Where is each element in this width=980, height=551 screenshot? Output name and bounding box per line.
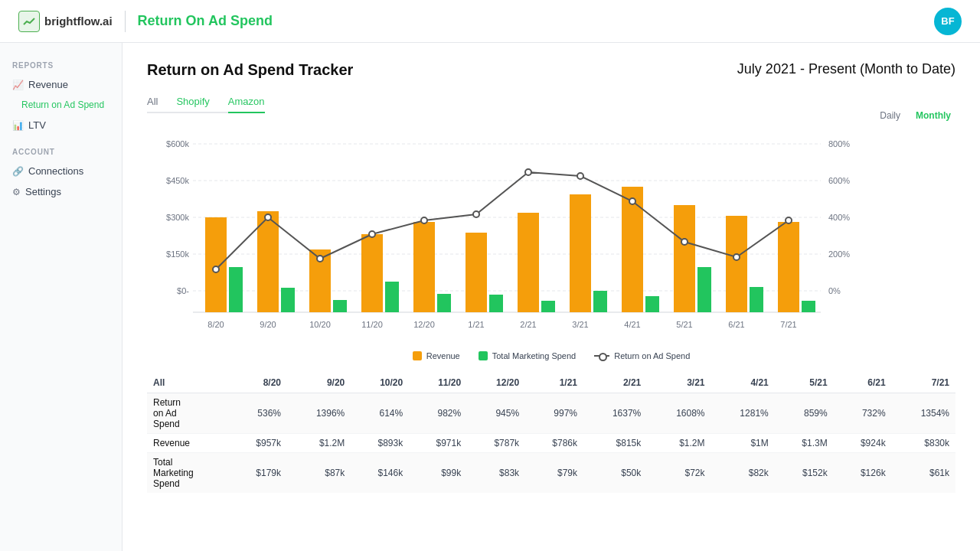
daily-btn[interactable]: Daily <box>875 109 905 122</box>
roas-point-11 <box>733 254 740 260</box>
svg-text:1/21: 1/21 <box>468 320 484 329</box>
connections-icon: 🔗 <box>12 166 24 177</box>
svg-text:2/21: 2/21 <box>520 320 536 329</box>
svg-text:7/21: 7/21 <box>780 320 796 329</box>
roas-321: 1608% <box>647 393 710 434</box>
col-header-521: 5/21 <box>775 373 834 393</box>
legend-revenue: Revenue <box>413 351 460 360</box>
svg-text:6/21: 6/21 <box>728 320 744 329</box>
rev-321: $1.2M <box>647 434 710 453</box>
roas-point-5 <box>421 217 427 223</box>
bar-spend-8 <box>593 291 607 312</box>
revenue-icon: 📈 <box>12 80 24 90</box>
sidebar-item-ltv[interactable]: 📊 LTV <box>0 115 122 135</box>
roas-point-9 <box>629 198 635 204</box>
rev-1020: $893k <box>351 434 409 453</box>
legend-revenue-label: Revenue <box>426 351 460 360</box>
roas-point-1 <box>213 266 219 272</box>
bar-revenue-2 <box>257 211 279 312</box>
roas-1220: 945% <box>467 393 525 434</box>
monthly-btn[interactable]: Monthly <box>911 109 956 122</box>
roas-point-12 <box>786 217 792 223</box>
bar-revenue-5 <box>413 222 435 312</box>
roas-point-7 <box>525 169 531 175</box>
rev-920: $1.2M <box>287 434 351 453</box>
legend-roas-label: Return on Ad Spend <box>614 351 690 360</box>
roas-820: 536% <box>229 393 287 434</box>
rev-421: $1M <box>711 434 775 453</box>
spend-321: $72k <box>647 453 710 494</box>
bar-spend-2 <box>281 288 295 312</box>
svg-text:4/21: 4/21 <box>624 320 640 329</box>
spend-1120: $99k <box>409 453 467 494</box>
row-label-spend: TotalMarketingSpend <box>147 453 229 494</box>
sidebar-item-roas[interactable]: Return on Ad Spend <box>0 95 122 115</box>
roas-421: 1281% <box>711 393 775 434</box>
svg-text:3/21: 3/21 <box>572 320 588 329</box>
rev-621: $924k <box>834 434 892 453</box>
main-content: Return on Ad Spend Tracker July 2021 - P… <box>122 43 980 551</box>
bar-spend-1 <box>229 267 243 312</box>
table-row-revenue: Revenue $957k $1.2M $893k $971k $787k $7… <box>147 434 956 453</box>
col-header-421: 4/21 <box>711 373 775 393</box>
rev-820: $957k <box>229 434 287 453</box>
tracker-title: Return on Ad Spend Tracker <box>147 61 353 79</box>
roas-point-8 <box>577 173 583 179</box>
sidebar: REPORTS 📈 Revenue Return on Ad Spend 📊 L… <box>0 43 122 551</box>
spend-621: $126k <box>834 453 892 494</box>
roas-point-6 <box>473 211 479 217</box>
tab-shopify[interactable]: Shopify <box>176 91 209 113</box>
tab-amazon[interactable]: Amazon <box>228 91 265 113</box>
chart-controls: Daily Monthly <box>875 109 956 122</box>
col-header-1220: 12/20 <box>467 373 525 393</box>
roas-point-2 <box>265 214 271 220</box>
svg-text:$0-: $0- <box>177 286 189 295</box>
bar-spend-12 <box>802 301 815 312</box>
chart-svg: $600k $450k $300k $150k $0- 800% 600% 40… <box>147 129 851 343</box>
spend-1220: $83k <box>467 453 525 494</box>
tracker-date: July 2021 - Present (Month to Date) <box>737 61 956 77</box>
roas-point-3 <box>317 256 323 262</box>
spend-920: $87k <box>287 453 351 494</box>
account-section-label: ACCOUNT <box>0 148 122 161</box>
svg-text:$150k: $150k <box>166 249 189 259</box>
table-header-row: All 8/20 9/20 10/20 11/20 12/20 1/21 2/2… <box>147 373 956 393</box>
table-row-roas: Returnon AdSpend 536% 1396% 614% 982% 94… <box>147 393 956 434</box>
col-header-321: 3/21 <box>647 373 710 393</box>
row-label-revenue: Revenue <box>147 434 229 453</box>
sidebar-item-revenue[interactable]: 📈 Revenue <box>0 74 122 95</box>
roas-1120: 982% <box>409 393 467 434</box>
bar-revenue-8 <box>570 194 591 312</box>
ltv-icon: 📊 <box>12 120 24 131</box>
logo-text: brightflow.ai <box>44 15 113 28</box>
sidebar-item-roas-label: Return on Ad Spend <box>21 99 104 110</box>
bar-spend-10 <box>697 267 711 312</box>
header-title: Return On Ad Spend <box>138 13 273 29</box>
bar-revenue-4 <box>361 234 383 312</box>
legend-spend-label: Total Marketing Spend <box>492 351 576 360</box>
col-header-721: 7/21 <box>892 373 956 393</box>
svg-text:0%: 0% <box>828 286 841 295</box>
sidebar-item-connections-label: Connections <box>28 165 83 177</box>
sidebar-item-settings[interactable]: ⚙ Settings <box>0 181 122 202</box>
roas-line <box>216 172 789 269</box>
bar-revenue-7 <box>518 213 539 312</box>
roas-521: 859% <box>775 393 834 434</box>
avatar: BF <box>934 8 962 35</box>
svg-text:5/21: 5/21 <box>676 320 692 329</box>
col-header-121: 1/21 <box>525 373 583 393</box>
spend-820: $179k <box>229 453 287 494</box>
row-label-roas: Returnon AdSpend <box>147 393 229 434</box>
header: brightflow.ai Return On Ad Spend BF <box>0 0 980 43</box>
tab-all[interactable]: All <box>147 91 158 113</box>
svg-text:$300k: $300k <box>166 213 189 222</box>
sidebar-item-ltv-label: LTV <box>28 119 46 131</box>
roas-point-4 <box>369 231 375 237</box>
legend-roas: Return on Ad Spend <box>594 351 690 360</box>
col-header-all: All <box>147 373 229 393</box>
spend-421: $82k <box>711 453 775 494</box>
sidebar-item-connections[interactable]: 🔗 Connections <box>0 161 122 181</box>
spend-1020: $146k <box>351 453 409 494</box>
svg-text:600%: 600% <box>828 176 850 185</box>
chart-container: $600k $450k $300k $150k $0- 800% 600% 40… <box>147 129 956 360</box>
